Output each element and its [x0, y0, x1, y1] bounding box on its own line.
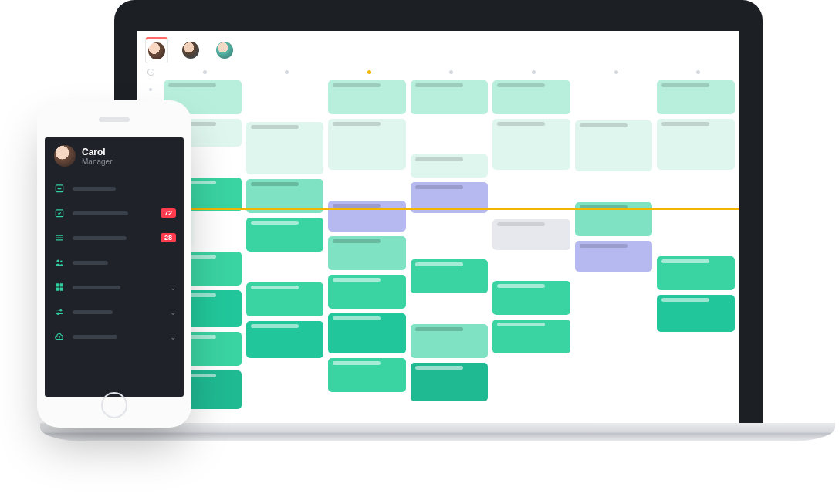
nav-badge: 28 — [161, 233, 176, 242]
calendar-event[interactable] — [575, 241, 653, 272]
calendar-event[interactable] — [411, 154, 489, 178]
calendar-event[interactable] — [246, 218, 324, 252]
calendar-event[interactable] — [575, 120, 653, 171]
calendar-event[interactable] — [328, 201, 406, 232]
chevron-down-icon: ⌄ — [170, 308, 176, 316]
profile-name: Carol — [82, 147, 112, 157]
calendar-event[interactable] — [328, 80, 406, 114]
nav-label-placeholder — [73, 211, 128, 215]
nav-item-upload[interactable]: ⌄ — [45, 324, 184, 349]
nav-label-placeholder — [73, 236, 127, 240]
svg-rect-7 — [60, 283, 63, 286]
svg-rect-9 — [60, 288, 63, 291]
calendar-id-icon — [54, 183, 65, 194]
nav-label-placeholder — [73, 286, 120, 289]
svg-rect-2 — [58, 188, 62, 189]
calendar-column — [575, 80, 653, 428]
calendar-event[interactable] — [246, 321, 324, 358]
avatar-icon — [182, 42, 199, 59]
calendar-gap — [575, 176, 653, 198]
laptop-screen — [137, 31, 739, 432]
avatar-icon — [148, 42, 165, 59]
nav-item-apps[interactable]: ⌄ — [45, 275, 184, 299]
calendar-gap — [328, 174, 406, 196]
nav-item-schedule[interactable] — [45, 176, 184, 201]
calendar-event[interactable] — [411, 363, 489, 401]
calendar-column — [411, 80, 489, 428]
calendar-gap — [411, 218, 489, 255]
calendar-event[interactable] — [657, 256, 735, 290]
list-icon — [54, 232, 65, 243]
nav-badge: 72 — [161, 208, 176, 218]
day-marker — [614, 70, 618, 74]
day-marker — [696, 70, 700, 74]
calendar-event[interactable] — [575, 202, 653, 236]
calendar-gap — [246, 256, 324, 278]
calendar-event[interactable] — [492, 219, 570, 250]
nav-item-tasks[interactable]: 72 — [45, 201, 184, 225]
svg-rect-8 — [56, 288, 59, 291]
svg-rect-6 — [56, 283, 59, 286]
day-marker — [449, 70, 453, 74]
day-marker-today — [367, 70, 371, 74]
calendar-event[interactable] — [492, 281, 570, 315]
calendar-gap — [246, 363, 324, 409]
profile-header[interactable]: Carol Manager — [45, 137, 184, 176]
cloud-upload-icon — [54, 331, 65, 342]
nav-label-placeholder — [73, 187, 116, 191]
calendar-header — [137, 63, 739, 77]
calendar-event[interactable] — [328, 358, 406, 392]
calendar-event[interactable] — [411, 80, 489, 114]
calendar-grid[interactable] — [164, 77, 739, 432]
calendar-check-icon — [54, 208, 65, 218]
calendar-gap — [575, 80, 653, 116]
day-marker — [532, 70, 536, 74]
employee-tabs — [137, 31, 739, 63]
calendar-gap — [657, 174, 735, 252]
calendar-event[interactable] — [492, 80, 570, 114]
avatar-icon — [216, 42, 233, 59]
calendar-column — [657, 80, 735, 428]
svg-point-4 — [57, 260, 60, 263]
calendar-column — [492, 80, 570, 428]
calendar-column — [246, 80, 324, 428]
calendar-gap — [411, 298, 489, 320]
nav-item-team[interactable] — [45, 250, 184, 275]
nav-label-placeholder — [73, 310, 113, 314]
day-marker — [203, 70, 207, 74]
calendar-event[interactable] — [411, 324, 489, 358]
employee-tab-1[interactable] — [145, 37, 168, 63]
now-indicator — [164, 208, 739, 210]
calendar-gap — [411, 119, 489, 150]
calendar-gap — [492, 255, 570, 276]
calendar-event[interactable] — [411, 259, 489, 293]
sliders-icon — [54, 306, 65, 317]
nav-item-list[interactable]: 28 — [45, 225, 184, 250]
calendar-event[interactable] — [657, 80, 735, 114]
calendar-event[interactable] — [328, 313, 406, 353]
calendar-event[interactable] — [657, 295, 735, 332]
employee-tab-3[interactable] — [213, 37, 236, 63]
calendar-body — [137, 77, 739, 432]
avatar-icon — [54, 145, 76, 167]
nav-item-settings[interactable]: ⌄ — [45, 299, 184, 324]
calendar-event[interactable] — [328, 119, 406, 170]
people-icon — [54, 257, 65, 268]
grid-icon — [54, 282, 65, 293]
day-marker — [285, 70, 289, 74]
nav-label-placeholder — [73, 261, 108, 265]
svg-point-11 — [57, 313, 59, 314]
phone-screen: Carol Manager 72 28 — [45, 137, 184, 397]
calendar-event[interactable] — [328, 236, 406, 270]
chevron-down-icon: ⌄ — [170, 333, 176, 341]
calendar-event[interactable] — [246, 282, 324, 316]
employee-tab-2[interactable] — [179, 37, 202, 63]
calendar-event[interactable] — [492, 119, 570, 170]
calendar-event[interactable] — [492, 320, 570, 353]
calendar-event[interactable] — [328, 275, 406, 309]
calendar-event[interactable] — [657, 119, 735, 170]
calendar-event[interactable] — [246, 122, 324, 174]
profile-role: Manager — [82, 157, 112, 166]
svg-point-10 — [60, 310, 62, 311]
clock-icon — [137, 68, 164, 76]
